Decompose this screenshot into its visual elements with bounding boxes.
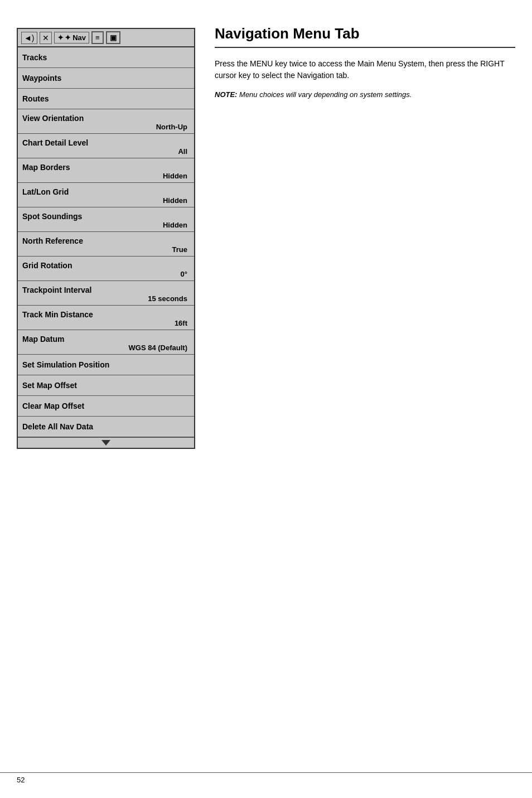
nav-star-icon: ✦ (57, 33, 64, 42)
menu-item-track-min-distance[interactable]: Track Min Distance 16ft (18, 306, 194, 330)
map-datum-value: WGS 84 (Default) (22, 344, 190, 352)
menu-item-grid-rotation[interactable]: Grid Rotation 0° (18, 257, 194, 281)
menu-item-routes[interactable]: Routes (18, 89, 194, 109)
menu-item-waypoints[interactable]: Waypoints (18, 68, 194, 89)
chart-detail-label: Chart Detail Level (22, 138, 190, 147)
waypoints-label: Waypoints (22, 74, 190, 83)
track-min-distance-value: 16ft (22, 319, 190, 327)
page-number: 52 (17, 776, 25, 784)
track-min-distance-label: Track Min Distance (22, 310, 190, 319)
tracks-label: Tracks (22, 53, 190, 62)
north-reference-label: North Reference (22, 236, 190, 245)
routes-label: Routes (22, 94, 190, 103)
menu-item-north-reference[interactable]: North Reference True (18, 232, 194, 257)
footer-line (0, 772, 532, 773)
note: NOTE: Menu choices will vary depending o… (215, 89, 515, 100)
map-borders-label: Map Borders (22, 163, 190, 172)
nav-label-text: ✦ Nav (65, 33, 86, 42)
chart-detail-value: All (22, 147, 190, 156)
menu-item-lat-lon[interactable]: Lat/Lon Grid Hidden (18, 183, 194, 207)
note-content: Menu choices will vary depending on syst… (237, 90, 412, 99)
menu-item-map-datum[interactable]: Map Datum WGS 84 (Default) (18, 330, 194, 355)
page-title: Navigation Menu Tab (215, 25, 515, 48)
description: Press the MENU key twice to access the M… (215, 58, 515, 81)
menu-item-trackpoint-interval[interactable]: Trackpoint Interval 15 seconds (18, 281, 194, 306)
north-reference-value: True (22, 245, 190, 254)
menu-item-view-orientation[interactable]: View Orientation North-Up (18, 109, 194, 134)
scroll-indicator[interactable] (18, 437, 194, 448)
set-map-offset-label: Set Map Offset (22, 381, 190, 390)
menu-item-set-map-offset[interactable]: Set Map Offset (18, 375, 194, 396)
trackpoint-interval-label: Trackpoint Interval (22, 286, 190, 294)
lat-lon-label: Lat/Lon Grid (22, 187, 190, 196)
spot-soundings-value: Hidden (22, 221, 190, 229)
left-menu-panel: ◄) ✕ ✦ ✦ Nav ≡ ▣ Tracks Waypoints Routes… (17, 28, 195, 449)
grid-rotation-value: 0° (22, 270, 190, 278)
trackpoint-interval-value: 15 seconds (22, 294, 190, 303)
menu-item-clear-map-offset[interactable]: Clear Map Offset (18, 396, 194, 417)
note-label: NOTE: (215, 90, 237, 99)
right-content-panel: Navigation Menu Tab Press the MENU key t… (195, 11, 532, 776)
clear-map-offset-label: Clear Map Offset (22, 402, 190, 410)
menu-item-delete-all-nav[interactable]: Delete All Nav Data (18, 417, 194, 437)
menu-item-tracks[interactable]: Tracks (18, 47, 194, 68)
scroll-down-arrow (101, 440, 110, 446)
menu-item-chart-detail[interactable]: Chart Detail Level All (18, 134, 194, 158)
set-simulation-label: Set Simulation Position (22, 360, 190, 369)
page-footer: 52 (17, 776, 25, 784)
back-icon[interactable]: ◄) (21, 32, 37, 44)
menu-item-spot-soundings[interactable]: Spot Soundings Hidden (18, 207, 194, 232)
spot-soundings-label: Spot Soundings (22, 212, 190, 221)
view-orientation-label: View Orientation (22, 114, 190, 123)
lat-lon-value: Hidden (22, 196, 190, 205)
map-borders-value: Hidden (22, 172, 190, 180)
toolbar: ◄) ✕ ✦ ✦ Nav ≡ ▣ (18, 29, 194, 47)
settings-icon[interactable]: ▣ (106, 31, 120, 44)
grid-rotation-label: Grid Rotation (22, 261, 190, 270)
nav-label[interactable]: ✦ ✦ Nav (54, 32, 89, 43)
menu-item-set-simulation[interactable]: Set Simulation Position (18, 355, 194, 375)
map-datum-label: Map Datum (22, 335, 190, 344)
delete-all-nav-label: Delete All Nav Data (22, 422, 190, 431)
view-orientation-value: North-Up (22, 123, 190, 131)
close-icon[interactable]: ✕ (40, 32, 52, 44)
menu-icon[interactable]: ≡ (91, 31, 104, 44)
menu-item-map-borders[interactable]: Map Borders Hidden (18, 158, 194, 183)
